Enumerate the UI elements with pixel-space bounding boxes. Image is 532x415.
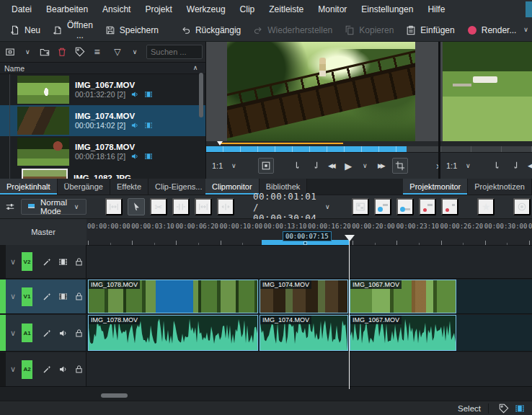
track-target-v2[interactable]	[0, 245, 6, 278]
tab-übergänge[interactable]: Übergänge	[58, 179, 110, 195]
zone-crop-button[interactable]	[392, 158, 408, 174]
menu-ansicht[interactable]: Ansicht	[95, 1, 138, 18]
rewind-button[interactable]: ◀◀	[326, 158, 337, 174]
toolbar-einfügen-button[interactable]: Einfügen	[400, 22, 459, 39]
bin-add-clip-button[interactable]	[3, 44, 17, 60]
timeline-video-clip-img-1067-mov[interactable]: IMG_1067.MOV	[350, 280, 456, 313]
track-lane-a1[interactable]: IMG_1078.MOVIMG_1074.MOVIMG_1067.MOV	[87, 315, 532, 351]
menu-zeitleiste[interactable]: Zeitleiste	[262, 1, 311, 18]
timeline-audio-clip-img-1067-mov[interactable]: IMG_1067.MOV	[350, 315, 456, 351]
project-monitor-screen[interactable]	[440, 42, 532, 141]
composition-button[interactable]	[352, 198, 369, 215]
bin-chevron-down-button[interactable]: ∨	[128, 44, 142, 60]
toolbar-wiederherstellen-button[interactable]: Wiederherstellen	[247, 22, 337, 39]
bin-tag-button[interactable]	[73, 44, 87, 60]
menu-clip[interactable]: Clip	[233, 1, 262, 18]
status-tag-button[interactable]	[496, 401, 512, 415]
status-clip-button[interactable]	[512, 401, 528, 415]
resize-item-icon	[198, 201, 209, 213]
menu-monitor[interactable]: Monitor	[311, 1, 354, 18]
menu-werkzeug[interactable]: Werkzeug	[179, 1, 233, 18]
bin-scrollbar[interactable]	[199, 73, 203, 117]
track-header-v1[interactable]: ∨V1	[6, 280, 87, 313]
track-lane-a2[interactable]	[87, 352, 532, 386]
play-button[interactable]: ▶	[342, 158, 354, 174]
track-header-v2[interactable]: ∨V2	[6, 245, 87, 278]
monitor-zoom-level[interactable]: 1:1	[446, 161, 457, 170]
bin-collapse-icon[interactable]: ∧	[190, 63, 201, 74]
track-lane-v2[interactable]	[87, 245, 532, 278]
selection-tool-button[interactable]	[128, 198, 145, 215]
project-monitor-seekbar[interactable]	[440, 146, 532, 152]
menu-projekt[interactable]: Projekt	[138, 1, 179, 18]
timeline-master-corner[interactable]: Master	[0, 219, 87, 245]
timeline-zone-handle[interactable]	[303, 241, 307, 245]
bin-column-header[interactable]: Name ∧	[0, 62, 205, 74]
menu-datei[interactable]: Datei	[4, 1, 39, 18]
track-lane-v1[interactable]: IMG_1078.MOVIMG_1074.MOVIMG_1067.MOV	[87, 280, 532, 313]
bin-clip-img-1082-jpg[interactable]: IMG_1082.JPG00:00:08:13	[0, 167, 205, 179]
tab-effekte[interactable]: Effekte	[110, 179, 148, 195]
toolbar-render-button[interactable]: Render...∨	[461, 22, 532, 39]
track-header-a2[interactable]: ∨A2	[6, 352, 87, 386]
toolbar-öffnen-button[interactable]: Öffnen ...	[47, 17, 98, 43]
set-zone-out-button[interactable]	[509, 158, 520, 174]
tab-clip-eigens[interactable]: Clip-Eigens...	[148, 179, 209, 195]
track-header-a1[interactable]: ∨A1	[6, 315, 87, 351]
razor-tool-button[interactable]: ✂	[150, 198, 167, 215]
corner-widget[interactable]	[526, 1, 532, 17]
spacer-tool-button[interactable]	[172, 198, 190, 215]
resize-tool-button[interactable]	[195, 198, 212, 215]
record-button[interactable]	[513, 198, 531, 215]
bin-delete-button[interactable]	[55, 44, 69, 60]
bin-filter-button[interactable]: ▽	[110, 44, 125, 60]
insert-zone-button[interactable]	[374, 198, 391, 215]
track-target-v1[interactable]	[0, 280, 6, 313]
set-zone-out-button[interactable]	[309, 158, 321, 174]
bin-chevron-down-button[interactable]: ∨	[20, 44, 35, 60]
rewind-button[interactable]: ◀◀	[526, 158, 532, 174]
menu-hilfe[interactable]: Hilfe	[420, 1, 452, 18]
toolbar-rückgängig-button[interactable]: Rückgängig	[175, 22, 246, 39]
monitor-zone-strip[interactable]	[206, 141, 439, 146]
timeline-audio-clip-img-1074-mov[interactable]: IMG_1074.MOV	[260, 315, 348, 351]
monitor-overlay-button[interactable]	[258, 158, 274, 174]
bin-clip-img-1078-mov[interactable]: IMG_1078.MOV00:00:18:16 [2]	[0, 136, 205, 167]
bin-add-folder-button[interactable]	[37, 44, 52, 60]
toolbar-kopieren-button[interactable]: Kopieren	[339, 22, 399, 39]
clip-monitor-screen[interactable]	[206, 42, 439, 141]
tab-projektmonitor[interactable]: Projektmonitor	[403, 179, 468, 195]
clip-monitor-seekbar[interactable]	[206, 146, 439, 152]
track-target-a2[interactable]	[0, 352, 6, 386]
timeline-audio-clip-img-1078-mov[interactable]: IMG_1078.MOV	[88, 315, 258, 351]
lift-zone-button[interactable]	[441, 198, 458, 215]
timeline-settings-button[interactable]	[4, 199, 16, 215]
menu-einstellungen[interactable]: Einstellungen	[354, 1, 420, 18]
forward-button[interactable]: ▶▶	[376, 158, 387, 174]
bin-clip-img-1074-mov[interactable]: IMG_1074.MOV00:00:14:02 [2]	[0, 105, 205, 136]
timeline-timecode[interactable]: 00:00:01:01 / 00:00:30:04	[253, 191, 316, 223]
extract-zone-button[interactable]	[419, 198, 436, 215]
menu-bearbeiten[interactable]: Bearbeiten	[39, 1, 95, 18]
playhead-handle[interactable]	[345, 235, 355, 241]
toolbar-neu-button[interactable]: Neu	[4, 22, 45, 39]
timeline-video-clip-img-1078-mov[interactable]: IMG_1078.MOV	[88, 280, 258, 313]
tab-projektinhalt[interactable]: Projektinhalt	[0, 179, 58, 195]
timeline-video-clip-img-1074-mov[interactable]: IMG_1074.MOV	[260, 280, 348, 313]
overwrite-zone-button[interactable]	[396, 198, 414, 215]
set-zone-in-button[interactable]	[293, 158, 304, 174]
tab-clipmonitor[interactable]: Clipmonitor	[205, 179, 260, 195]
favorite-effects-button[interactable]: ★	[477, 198, 495, 215]
monitor-zoom-level[interactable]: 1:1	[212, 161, 223, 170]
fit-zoom-button[interactable]	[105, 198, 123, 215]
bin-menu-button[interactable]: ≡	[90, 44, 105, 60]
set-zone-in-button[interactable]	[492, 158, 504, 174]
bin-search-input[interactable]	[146, 45, 203, 59]
timeline-hscrollbar[interactable]	[101, 393, 128, 398]
tab-projektnotizen[interactable]: Projektnotizen	[468, 179, 532, 195]
mix-tool-button[interactable]	[217, 198, 234, 215]
edit-mode-select[interactable]: Normal Mode∨	[21, 199, 87, 215]
bin-clip-img-1067-mov[interactable]: IMG_1067.MOV00:01:32:20 [2]	[0, 74, 205, 105]
track-target-a1[interactable]	[0, 315, 6, 351]
toolbar-speichern-button[interactable]: Speichern	[99, 22, 164, 39]
